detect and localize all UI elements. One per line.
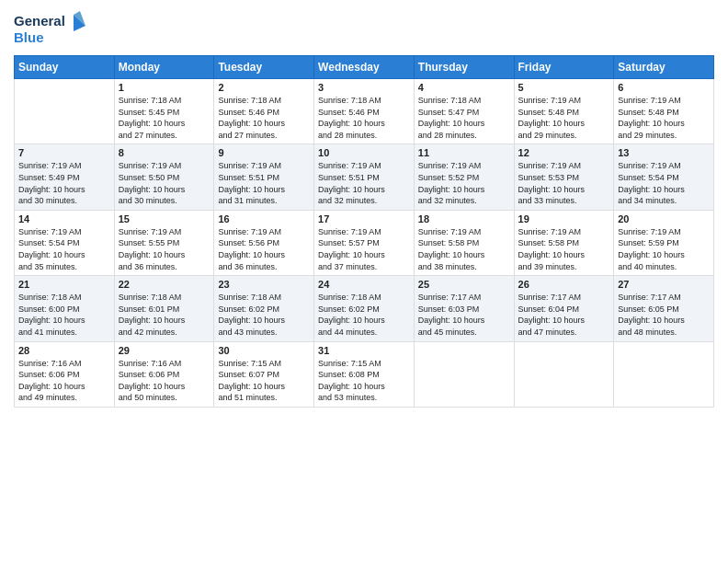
calendar-table: SundayMondayTuesdayWednesdayThursdayFrid…: [14, 55, 714, 408]
calendar-cell: 30Sunrise: 7:15 AM Sunset: 6:07 PM Dayli…: [214, 341, 314, 407]
day-info: Sunrise: 7:19 AM Sunset: 5:49 PM Dayligh…: [18, 160, 110, 206]
day-number: 20: [618, 213, 710, 224]
day-info: Sunrise: 7:19 AM Sunset: 5:52 PM Dayligh…: [418, 160, 510, 206]
svg-text:General: General: [14, 13, 65, 29]
day-info: Sunrise: 7:19 AM Sunset: 5:59 PM Dayligh…: [618, 226, 710, 272]
col-header-tuesday: Tuesday: [214, 56, 314, 79]
calendar-cell: 5Sunrise: 7:19 AM Sunset: 5:48 PM Daylig…: [514, 79, 614, 144]
day-info: Sunrise: 7:19 AM Sunset: 5:51 PM Dayligh…: [318, 160, 410, 206]
calendar-cell: 3Sunrise: 7:18 AM Sunset: 5:46 PM Daylig…: [314, 79, 415, 144]
day-info: Sunrise: 7:19 AM Sunset: 5:55 PM Dayligh…: [119, 226, 210, 272]
col-header-saturday: Saturday: [614, 56, 714, 79]
day-info: Sunrise: 7:19 AM Sunset: 5:56 PM Dayligh…: [218, 226, 310, 272]
day-info: Sunrise: 7:19 AM Sunset: 5:51 PM Dayligh…: [218, 160, 310, 206]
calendar-cell: 14Sunrise: 7:19 AM Sunset: 5:54 PM Dayli…: [15, 210, 115, 275]
day-info: Sunrise: 7:19 AM Sunset: 5:48 PM Dayligh…: [518, 95, 610, 141]
calendar-cell: 27Sunrise: 7:17 AM Sunset: 6:05 PM Dayli…: [614, 276, 714, 341]
calendar-cell: 9Sunrise: 7:19 AM Sunset: 5:51 PM Daylig…: [214, 144, 314, 210]
day-info: Sunrise: 7:17 AM Sunset: 6:03 PM Dayligh…: [418, 292, 510, 338]
day-number: 12: [518, 147, 610, 158]
day-info: Sunrise: 7:19 AM Sunset: 5:50 PM Dayligh…: [119, 160, 210, 206]
day-info: Sunrise: 7:17 AM Sunset: 6:05 PM Dayligh…: [618, 292, 710, 338]
day-number: 4: [418, 82, 510, 93]
day-number: 27: [618, 279, 710, 290]
day-number: 24: [318, 279, 410, 290]
calendar-cell: 4Sunrise: 7:18 AM Sunset: 5:47 PM Daylig…: [414, 79, 514, 144]
day-number: 15: [119, 213, 210, 224]
day-number: 6: [618, 82, 710, 93]
calendar-cell: 13Sunrise: 7:19 AM Sunset: 5:54 PM Dayli…: [614, 144, 714, 210]
calendar-week-row: 7Sunrise: 7:19 AM Sunset: 5:49 PM Daylig…: [15, 144, 714, 210]
day-info: Sunrise: 7:15 AM Sunset: 6:08 PM Dayligh…: [318, 358, 410, 404]
calendar-cell: 23Sunrise: 7:18 AM Sunset: 6:02 PM Dayli…: [214, 276, 314, 341]
calendar-cell: [514, 341, 614, 407]
day-number: 21: [18, 279, 110, 290]
calendar-cell: 24Sunrise: 7:18 AM Sunset: 6:02 PM Dayli…: [314, 276, 415, 341]
day-info: Sunrise: 7:18 AM Sunset: 6:00 PM Dayligh…: [18, 292, 110, 338]
calendar-cell: 29Sunrise: 7:16 AM Sunset: 6:06 PM Dayli…: [114, 341, 214, 407]
day-info: Sunrise: 7:18 AM Sunset: 6:01 PM Dayligh…: [119, 292, 210, 338]
day-info: Sunrise: 7:19 AM Sunset: 5:58 PM Dayligh…: [518, 226, 610, 272]
day-number: 28: [18, 345, 110, 356]
day-info: Sunrise: 7:18 AM Sunset: 5:45 PM Dayligh…: [119, 95, 210, 141]
calendar-cell: 2Sunrise: 7:18 AM Sunset: 5:46 PM Daylig…: [214, 79, 314, 144]
day-number: 19: [518, 213, 610, 224]
day-info: Sunrise: 7:15 AM Sunset: 6:07 PM Dayligh…: [218, 358, 310, 404]
logo-svg: General Blue: [14, 9, 87, 48]
calendar-week-row: 14Sunrise: 7:19 AM Sunset: 5:54 PM Dayli…: [15, 210, 714, 275]
day-info: Sunrise: 7:18 AM Sunset: 5:46 PM Dayligh…: [318, 95, 410, 141]
col-header-monday: Monday: [114, 56, 214, 79]
calendar-cell: [15, 79, 115, 144]
day-number: 29: [119, 345, 210, 356]
calendar-week-row: 1Sunrise: 7:18 AM Sunset: 5:45 PM Daylig…: [15, 79, 714, 144]
day-info: Sunrise: 7:18 AM Sunset: 6:02 PM Dayligh…: [218, 292, 310, 338]
col-header-sunday: Sunday: [15, 56, 115, 79]
day-number: 11: [418, 147, 510, 158]
header: General Blue: [14, 9, 714, 48]
calendar-cell: 20Sunrise: 7:19 AM Sunset: 5:59 PM Dayli…: [614, 210, 714, 275]
day-info: Sunrise: 7:19 AM Sunset: 5:54 PM Dayligh…: [618, 160, 710, 206]
calendar-cell: 12Sunrise: 7:19 AM Sunset: 5:53 PM Dayli…: [514, 144, 614, 210]
day-number: 16: [218, 213, 310, 224]
day-info: Sunrise: 7:19 AM Sunset: 5:57 PM Dayligh…: [318, 226, 410, 272]
logo: General Blue: [14, 9, 87, 48]
day-number: 23: [218, 279, 310, 290]
day-info: Sunrise: 7:18 AM Sunset: 6:02 PM Dayligh…: [318, 292, 410, 338]
calendar-cell: 19Sunrise: 7:19 AM Sunset: 5:58 PM Dayli…: [514, 210, 614, 275]
day-info: Sunrise: 7:16 AM Sunset: 6:06 PM Dayligh…: [119, 358, 210, 404]
day-number: 25: [418, 279, 510, 290]
day-number: 13: [618, 147, 710, 158]
day-number: 8: [119, 147, 210, 158]
calendar-cell: 21Sunrise: 7:18 AM Sunset: 6:00 PM Dayli…: [15, 276, 115, 341]
svg-text:Blue: Blue: [14, 29, 44, 45]
day-info: Sunrise: 7:16 AM Sunset: 6:06 PM Dayligh…: [18, 358, 110, 404]
day-info: Sunrise: 7:19 AM Sunset: 5:54 PM Dayligh…: [18, 226, 110, 272]
day-number: 2: [218, 82, 310, 93]
col-header-thursday: Thursday: [414, 56, 514, 79]
day-number: 10: [318, 147, 410, 158]
calendar-cell: 22Sunrise: 7:18 AM Sunset: 6:01 PM Dayli…: [114, 276, 214, 341]
calendar-cell: 11Sunrise: 7:19 AM Sunset: 5:52 PM Dayli…: [414, 144, 514, 210]
calendar-cell: 8Sunrise: 7:19 AM Sunset: 5:50 PM Daylig…: [114, 144, 214, 210]
calendar-header-row: SundayMondayTuesdayWednesdayThursdayFrid…: [15, 56, 714, 79]
day-info: Sunrise: 7:19 AM Sunset: 5:53 PM Dayligh…: [518, 160, 610, 206]
day-number: 5: [518, 82, 610, 93]
day-number: 22: [119, 279, 210, 290]
calendar-cell: 17Sunrise: 7:19 AM Sunset: 5:57 PM Dayli…: [314, 210, 415, 275]
col-header-wednesday: Wednesday: [314, 56, 415, 79]
calendar-cell: 28Sunrise: 7:16 AM Sunset: 6:06 PM Dayli…: [15, 341, 115, 407]
calendar-cell: [614, 341, 714, 407]
calendar-cell: 31Sunrise: 7:15 AM Sunset: 6:08 PM Dayli…: [314, 341, 415, 407]
day-info: Sunrise: 7:19 AM Sunset: 5:48 PM Dayligh…: [618, 95, 710, 141]
day-number: 31: [318, 345, 410, 356]
day-number: 17: [318, 213, 410, 224]
day-info: Sunrise: 7:18 AM Sunset: 5:47 PM Dayligh…: [418, 95, 510, 141]
calendar-week-row: 21Sunrise: 7:18 AM Sunset: 6:00 PM Dayli…: [15, 276, 714, 341]
calendar-cell: 6Sunrise: 7:19 AM Sunset: 5:48 PM Daylig…: [614, 79, 714, 144]
day-number: 30: [218, 345, 310, 356]
calendar-cell: 15Sunrise: 7:19 AM Sunset: 5:55 PM Dayli…: [114, 210, 214, 275]
calendar-cell: 26Sunrise: 7:17 AM Sunset: 6:04 PM Dayli…: [514, 276, 614, 341]
day-number: 7: [18, 147, 110, 158]
calendar-page: General Blue SundayMondayTuesdayWednesda…: [0, 0, 728, 563]
calendar-cell: 18Sunrise: 7:19 AM Sunset: 5:58 PM Dayli…: [414, 210, 514, 275]
